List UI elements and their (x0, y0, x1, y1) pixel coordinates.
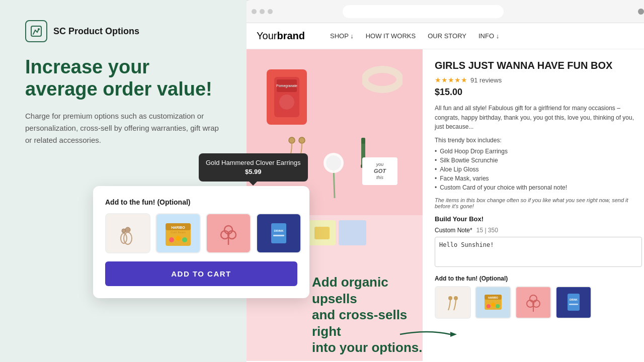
svg-point-26 (279, 95, 294, 110)
svg-point-28 (289, 137, 295, 143)
italic-note: The items in this box change often so if… (435, 197, 642, 209)
svg-point-27 (365, 69, 400, 89)
url-bar (343, 5, 504, 18)
svg-text:Gold Bears: Gold Bears (171, 231, 186, 234)
logo-icon (25, 20, 47, 42)
you-got-this-card: you GOT this (362, 157, 397, 185)
svg-point-12 (182, 237, 187, 242)
thumb-drink[interactable]: DRINK (256, 213, 301, 253)
dot-green (268, 9, 273, 14)
browser-bar (242, 0, 644, 23)
product-thumbs: HARIBO Gold Bears DR (105, 213, 297, 253)
svg-point-44 (496, 304, 500, 308)
svg-point-35 (326, 155, 341, 170)
card-title: Add to the fun! (Optional) (105, 198, 297, 206)
svg-text:HARIBO: HARIBO (488, 296, 498, 299)
pom-pom (319, 143, 350, 200)
opt-thumb-gummy[interactable]: HARIBO (475, 286, 511, 319)
product-description: All fun and all style! Fabulous gift for… (435, 104, 642, 132)
arrow-icon (397, 327, 458, 344)
svg-point-4 (122, 229, 126, 233)
nav-info[interactable]: INFO ↓ (478, 32, 499, 40)
dot-yellow (260, 9, 265, 14)
svg-point-1 (38, 28, 40, 30)
brand-bold: brand (277, 30, 305, 41)
nav-shop[interactable]: SHOP ↓ (330, 32, 354, 40)
tooltip-name: Gold Hammered Clover Earrings (206, 158, 301, 167)
product-details: GIRLS JUST WANNA HAVE FUN BOX ★★★★★ 91 r… (423, 49, 644, 361)
svg-marker-22 (450, 332, 457, 337)
nav-items: SHOP ↓ HOW IT WORKS OUR STORY INFO ↓ (330, 32, 499, 40)
svg-rect-36 (314, 227, 330, 239)
svg-point-10 (169, 237, 174, 242)
nav-how[interactable]: HOW IT WORKS (366, 32, 416, 40)
includes-list: Gold Hoop Drop Earrings Silk Bowtie Scru… (435, 147, 642, 192)
opt-thumb-clover[interactable] (515, 286, 551, 319)
list-item: Face Mask, varies (435, 174, 642, 183)
svg-text:DRINK: DRINK (274, 229, 284, 232)
svg-point-38 (454, 296, 458, 300)
svg-point-2 (125, 227, 130, 232)
add-to-cart-button[interactable]: ADD TO CART (105, 261, 297, 286)
app-name: SC Product Options (53, 26, 139, 37)
product-options-row: HARIBO (435, 286, 642, 319)
scrunchie (362, 59, 403, 102)
logo-row: SC Product Options (25, 20, 221, 42)
svg-rect-19 (271, 223, 286, 243)
svg-rect-21 (273, 235, 284, 236)
brand-name: Yourbrand (257, 30, 305, 42)
custom-note-label: Custom Note* (435, 227, 472, 234)
svg-text:Pomegranate: Pomegranate (276, 84, 297, 88)
thumb-earrings[interactable] (105, 213, 150, 253)
brand-first: Your (257, 30, 277, 41)
opt-thumb-drink[interactable]: DRINK (555, 286, 592, 319)
thumb-strip-4[interactable] (339, 220, 366, 245)
svg-point-43 (491, 303, 495, 307)
list-item: Gold Hoop Drop Earrings (435, 147, 642, 156)
headline: Increase your average order value! (25, 56, 221, 100)
list-item: Aloe Lip Gloss (435, 165, 642, 174)
svg-rect-51 (569, 304, 578, 305)
includes-title: This trendy box includes: (435, 137, 642, 144)
shop-nav: Yourbrand SHOP ↓ HOW IT WORKS OUR STORY … (242, 23, 644, 49)
svg-point-29 (299, 137, 305, 143)
opt-thumb-earrings[interactable] (435, 286, 471, 319)
thumb-strip-3[interactable] (308, 220, 336, 245)
tooltip: Gold Hammered Clover Earrings $5.99 (199, 153, 308, 182)
list-item: Silk Bowtie Scrunchie (435, 156, 642, 165)
stars: ★★★★★ (435, 76, 467, 84)
custom-note-input[interactable]: Hello Sunshine! (435, 237, 642, 267)
build-title: Build Your Box! (435, 215, 642, 223)
dot-red (252, 9, 257, 14)
face-mask: Pomegranate (267, 69, 307, 125)
stars-row: ★★★★★ 91 reviews (435, 76, 642, 84)
thumb-gummy[interactable]: HARIBO Gold Bears (155, 213, 201, 253)
custom-note-row: Custom Note* 15 | 350 (435, 227, 642, 234)
nav-story[interactable]: OUR STORY (428, 32, 466, 40)
svg-point-42 (487, 304, 491, 308)
browser-dots (252, 9, 273, 14)
tooltip-price: $5.99 (206, 167, 301, 176)
reviews: 91 reviews (470, 76, 502, 84)
svg-point-37 (448, 296, 452, 300)
floating-card: Gold Hammered Clover Earrings $5.99 Add … (93, 186, 309, 298)
upsell-line2: and cross-sells right (312, 307, 407, 339)
list-item: Custom Card of your choice with personal… (435, 183, 642, 192)
upsell-line1: Add organic upsells (312, 275, 388, 306)
product-price: $15.00 (435, 87, 642, 98)
svg-text:HARIBO: HARIBO (171, 226, 185, 229)
product-title: GIRLS JUST WANNA HAVE FUN BOX (435, 59, 642, 72)
svg-text:DRINK: DRINK (570, 298, 578, 301)
thumb-clover[interactable] (206, 213, 251, 253)
svg-rect-31 (361, 138, 365, 144)
char-count: 15 | 350 (476, 227, 498, 234)
svg-rect-49 (568, 294, 580, 311)
subtext: Charge for premium options such as custo… (25, 110, 221, 146)
add-fun-title: Add to the fun! (Optional) (435, 275, 642, 282)
svg-point-11 (176, 236, 181, 241)
camera-dot (638, 9, 644, 15)
